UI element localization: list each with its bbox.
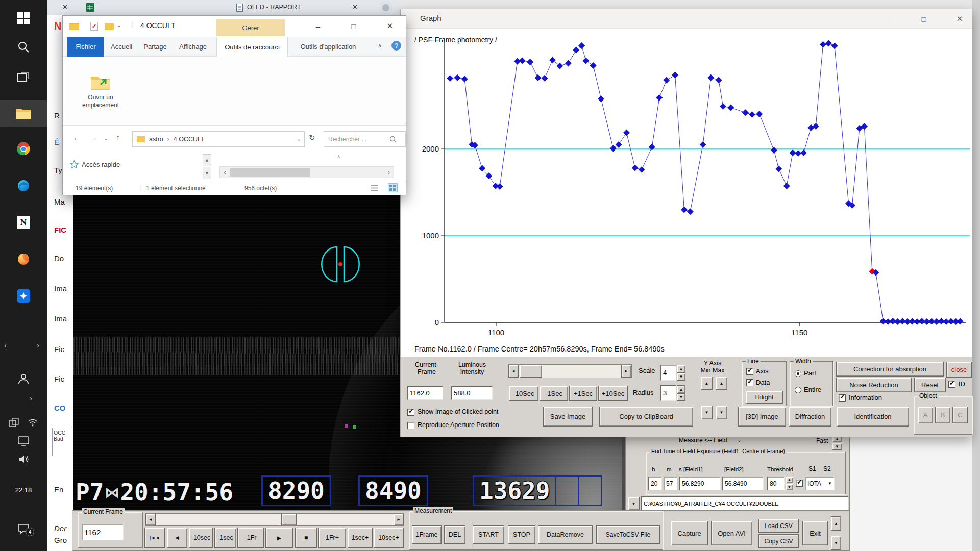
graph-current-frame-field[interactable] — [407, 386, 443, 400]
tab-accueil[interactable]: Accueil — [104, 37, 139, 57]
history-chevron-icon[interactable]: ⌄ — [104, 135, 108, 142]
open-avi-button[interactable]: Open AVI — [711, 521, 752, 545]
ymin-down-button[interactable]: ▼ — [701, 406, 713, 419]
minus-10sec-seek-button[interactable]: -10Sec — [509, 386, 538, 401]
refresh-icon[interactable]: ↻ — [309, 133, 315, 142]
diffraction-button[interactable]: Diffraction — [789, 407, 831, 427]
current-frame-field[interactable] — [82, 524, 124, 540]
save-image-button[interactable]: Save Image — [543, 407, 593, 427]
tab-outils-application[interactable]: Outils d'application — [289, 37, 367, 57]
tray-expand-icon[interactable]: › — [30, 394, 32, 403]
minus-1frame-button[interactable]: -1Fr — [237, 528, 264, 548]
tab-close-icon[interactable]: ✕ — [62, 3, 68, 11]
skip-to-start-button[interactable]: |◄◄ — [144, 528, 165, 548]
second-field1[interactable] — [679, 477, 721, 490]
file-explorer-button[interactable] — [0, 100, 47, 127]
tablet-icon[interactable] — [18, 436, 29, 446]
measure-start-button[interactable]: START — [473, 525, 504, 544]
chevron-down-icon[interactable]: ⌄ — [117, 22, 121, 29]
threshold-up-button[interactable]: ▲ — [786, 477, 793, 483]
iota-checkbox[interactable]: ✓ — [796, 480, 803, 487]
address-dropdown-icon[interactable]: ⌄ — [297, 136, 301, 142]
photos-app-button[interactable] — [0, 284, 47, 308]
graph-titlebar[interactable]: Graph – □ ✕ — [401, 9, 972, 29]
tab-outils-raccourci[interactable]: Outils de raccourci — [216, 37, 288, 57]
plus-1frame-button[interactable]: 1Fr+ — [318, 528, 346, 548]
exit-button[interactable]: Exit — [802, 521, 828, 545]
list-view-icon[interactable] — [370, 184, 378, 192]
notion-button[interactable]: N — [0, 210, 47, 235]
quick-access-folder-icon[interactable] — [105, 23, 114, 30]
photometry-plot[interactable]: 01000200011001150 — [401, 28, 972, 357]
play-button[interactable]: ► — [265, 528, 293, 548]
information-checkbox[interactable]: ✓ — [839, 394, 846, 402]
quick-access-check-icon[interactable]: ✓ — [90, 22, 98, 31]
entire-radio[interactable] — [795, 387, 801, 393]
context-tab-gerer[interactable]: Gérer — [216, 19, 285, 36]
reset-button[interactable]: Reset — [914, 378, 946, 392]
tab-fichier[interactable]: Fichier — [67, 37, 104, 57]
back-icon[interactable]: ← — [73, 133, 81, 142]
people-button[interactable] — [0, 369, 47, 388]
close-button[interactable]: ✕ — [948, 9, 971, 29]
browser-profile-icon[interactable] — [380, 2, 392, 14]
explorer-titlebar[interactable]: ✓ ⌄ | 4 OCCULT Gérer – □ ✕ — [63, 16, 406, 37]
minimize-button[interactable]: – — [307, 16, 329, 36]
scale-down-button[interactable]: ▼ — [677, 373, 685, 381]
data-remove-button[interactable]: DataRemove — [538, 525, 593, 544]
seekbar-thumb[interactable] — [281, 514, 297, 525]
minute-field[interactable] — [664, 477, 677, 490]
data-checkbox[interactable]: ✓ — [746, 379, 753, 386]
scale-field[interactable] — [660, 365, 676, 381]
breadcrumb-current[interactable]: 4 OCCULT — [174, 136, 205, 143]
bar-spin-down-button[interactable]: ▼ — [831, 536, 841, 550]
address-bar[interactable]: astro › 4 OCCULT ⌄ — [132, 131, 305, 147]
path-dropdown-button[interactable]: ▼ — [628, 497, 640, 510]
show-image-checkbox[interactable]: ✓ — [407, 409, 414, 416]
measure-stop-button[interactable]: STOP — [508, 525, 535, 544]
tab-title[interactable]: OLED - RAPPORT — [247, 4, 301, 11]
overlapping-windows-icon[interactable] — [9, 418, 19, 428]
task-view-button[interactable] — [0, 67, 47, 88]
thumbnail-view-icon[interactable] — [388, 184, 397, 192]
minus-10sec-button[interactable]: -10sec — [189, 528, 213, 548]
luminous-intensity-field[interactable] — [451, 386, 493, 400]
forward-icon[interactable]: → — [89, 133, 97, 142]
collapse-right-icon[interactable]: › — [37, 341, 39, 349]
id-checkbox[interactable]: ✓ — [948, 381, 955, 388]
bar-spin-up-button[interactable]: ▲ — [831, 516, 841, 531]
start-button[interactable] — [0, 7, 47, 30]
help-icon[interactable]: ? — [391, 41, 401, 51]
close-graph-button[interactable]: close — [946, 362, 972, 378]
firefox-button[interactable] — [0, 247, 47, 271]
tab-partage[interactable]: Partage — [140, 37, 170, 57]
breadcrumb-root[interactable]: astro — [149, 136, 163, 143]
search-input[interactable] — [324, 136, 388, 143]
hilight-button[interactable]: Hilight — [746, 391, 783, 404]
identification-button[interactable]: Identification — [837, 407, 909, 427]
maximize-button[interactable]: □ — [342, 16, 365, 36]
seekbar-left-arrow[interactable]: ◄ — [145, 514, 156, 525]
stop-button[interactable]: ■ — [295, 528, 317, 548]
copy-to-clipboard-button[interactable]: Copy to ClipBoard — [599, 407, 693, 427]
plus-10sec-button[interactable]: 10sec+ — [374, 528, 404, 548]
search-button[interactable] — [0, 37, 47, 57]
format-dropdown[interactable]: IOTA ▼ — [805, 477, 835, 490]
graph-scroll-left-arrow[interactable]: ◄ — [508, 365, 519, 378]
plus-1sec-seek-button[interactable]: +1Sec — [569, 386, 597, 401]
collapse-left-icon[interactable]: ‹ — [4, 341, 7, 349]
hscroll-left-arrow[interactable]: ‹ — [220, 167, 230, 178]
radius-up-button[interactable]: ▲ — [677, 385, 685, 393]
ymax-down-button[interactable]: ▼ — [716, 406, 727, 419]
tab-affichage[interactable]: Affichage — [172, 37, 214, 57]
taskbar-clock[interactable]: 22:18 — [0, 485, 47, 495]
up-icon[interactable]: ↑ — [116, 133, 120, 142]
search-box[interactable] — [324, 131, 406, 147]
correction-absorption-button[interactable]: Correction for absorption — [836, 362, 944, 377]
graph-scroll-thumb[interactable] — [520, 365, 542, 378]
minus-1sec-button[interactable]: -1sec — [214, 528, 236, 548]
maximize-button[interactable]: □ — [913, 9, 935, 29]
hour-field[interactable] — [648, 477, 662, 490]
minimize-button[interactable]: – — [877, 9, 899, 29]
axis-checkbox[interactable]: ✓ — [746, 368, 753, 375]
